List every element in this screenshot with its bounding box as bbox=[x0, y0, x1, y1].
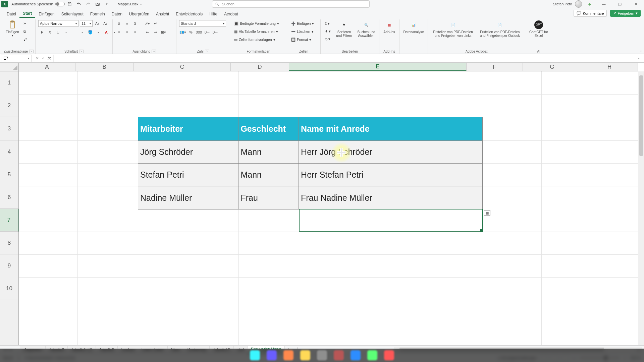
taskbar-app-icon[interactable] bbox=[317, 350, 327, 360]
close-icon[interactable]: ✕ bbox=[629, 0, 643, 8]
underline-icon[interactable]: U bbox=[54, 29, 62, 36]
diamond-icon[interactable]: ◆ bbox=[586, 1, 593, 7]
font-size-select[interactable]: 11▾ bbox=[80, 20, 93, 27]
row-10[interactable]: 10 bbox=[0, 277, 18, 300]
search-box[interactable]: Suchen bbox=[212, 0, 370, 8]
formula-expand-icon[interactable]: ⌄ bbox=[637, 56, 643, 60]
maximize-icon[interactable]: ▢ bbox=[613, 0, 627, 8]
tab-daten[interactable]: Daten bbox=[108, 10, 126, 18]
taskbar-app-icon[interactable] bbox=[300, 350, 310, 360]
tab-hilfe[interactable]: Hilfe bbox=[206, 10, 221, 18]
user-avatar[interactable] bbox=[575, 0, 582, 8]
taskbar-app-icon[interactable] bbox=[384, 350, 394, 360]
tab-einfuegen[interactable]: Einfügen bbox=[35, 10, 58, 18]
accept-formula-icon[interactable]: ✓ bbox=[42, 56, 45, 61]
name-box-chevron-icon[interactable]: ▾ bbox=[28, 57, 30, 60]
dialog-launcher-icon[interactable]: ↘ bbox=[29, 50, 34, 53]
minimize-icon[interactable]: — bbox=[597, 0, 610, 8]
tab-ueberpruefen[interactable]: Überprüfen bbox=[126, 10, 153, 18]
fill-icon[interactable]: ⬇ ▾ bbox=[323, 28, 332, 35]
tab-datei[interactable]: Datei bbox=[3, 10, 19, 18]
undo-icon[interactable] bbox=[75, 1, 82, 7]
taskbar-app-icon[interactable] bbox=[334, 350, 344, 360]
save-icon[interactable] bbox=[66, 1, 73, 7]
cell-d6[interactable]: Frau bbox=[238, 186, 299, 209]
tab-acrobat[interactable]: Acrobat bbox=[221, 10, 241, 18]
row-9[interactable]: 9 bbox=[0, 254, 18, 277]
accounting-icon[interactable]: 💶▾ bbox=[179, 29, 186, 36]
copy-icon[interactable]: ⧉ bbox=[22, 28, 29, 35]
tab-ansicht[interactable]: Ansicht bbox=[153, 10, 172, 18]
tab-seitenlayout[interactable]: Seitenlayout bbox=[58, 10, 87, 18]
addins-button[interactable]: ▦Add-Ins bbox=[382, 20, 396, 34]
col-F[interactable]: F bbox=[467, 63, 523, 71]
autofill-options-icon[interactable]: ▦ bbox=[484, 210, 490, 216]
font-color-icon[interactable]: A bbox=[103, 29, 110, 36]
taskbar-app-icon[interactable] bbox=[283, 350, 293, 360]
toggle-switch[interactable] bbox=[55, 2, 65, 6]
align-center-icon[interactable]: ≡ bbox=[123, 29, 131, 36]
align-middle-icon[interactable]: ≡ bbox=[123, 20, 131, 27]
decrease-decimal-icon[interactable]: .0← bbox=[211, 29, 219, 36]
redo-icon[interactable] bbox=[85, 1, 92, 7]
col-D[interactable]: D bbox=[231, 63, 289, 71]
merge-icon[interactable]: ⊞▾ bbox=[160, 29, 167, 36]
dialog-launcher-icon[interactable]: ↘ bbox=[205, 50, 209, 53]
delete-cells-button[interactable]: ➖ Löschen ▾ bbox=[290, 28, 315, 35]
cell-e6[interactable]: Frau Nadine Müller bbox=[299, 186, 482, 209]
row-3[interactable]: 3 bbox=[0, 117, 18, 140]
acrobat-pdf-outlook-button[interactable]: 📄Erstellen von PDF-Dateien und Freigeben… bbox=[478, 20, 523, 38]
comments-button[interactable]: 💬 Kommentare bbox=[574, 10, 607, 17]
orientation-icon[interactable]: ⤢▾ bbox=[144, 20, 151, 27]
find-select-button[interactable]: 🔍Suchen und Auswählen bbox=[356, 20, 376, 38]
header-name-anrede[interactable]: Name mit Anrede bbox=[299, 117, 482, 141]
row-4[interactable]: 4 bbox=[0, 140, 18, 163]
cell-e4[interactable]: Herr Jörg Schröder bbox=[299, 141, 482, 164]
acrobat-pdf-link-button[interactable]: 📄Erstellen von PDF-Dateien und Freigeben… bbox=[431, 20, 476, 38]
decrease-font-icon[interactable]: A↓ bbox=[102, 20, 109, 27]
col-C[interactable]: C bbox=[134, 63, 231, 71]
taskbar-app-icon[interactable] bbox=[351, 350, 361, 360]
align-left-icon[interactable]: ≡ bbox=[115, 29, 123, 36]
format-cells-button[interactable]: 🔲 Format ▾ bbox=[290, 36, 315, 43]
thousands-icon[interactable]: 000 bbox=[195, 29, 203, 36]
name-box[interactable]: E7 ▾ bbox=[1, 55, 32, 62]
cell-d5[interactable]: Mann bbox=[238, 164, 299, 186]
sort-filter-button[interactable]: ⚑Sortieren und Filtern bbox=[334, 20, 354, 38]
row-1[interactable]: 1 bbox=[0, 71, 18, 94]
col-E[interactable]: E bbox=[289, 63, 467, 71]
autosum-icon[interactable]: Σ ▾ bbox=[323, 20, 332, 27]
taskbar-app-icon[interactable] bbox=[250, 350, 260, 360]
vertical-scrollbar[interactable] bbox=[638, 71, 644, 345]
header-mitarbeiter[interactable]: Mitarbeiter bbox=[138, 117, 238, 141]
share-button[interactable]: ↗ Freigeben ▾ bbox=[610, 10, 641, 17]
fx-icon[interactable]: fx bbox=[48, 56, 51, 61]
taskbar-app-icon[interactable] bbox=[267, 350, 277, 360]
col-H[interactable]: H bbox=[581, 63, 638, 71]
cancel-formula-icon[interactable]: ✕ bbox=[36, 56, 39, 61]
scrollbar-thumb[interactable] bbox=[639, 75, 643, 156]
select-all-corner[interactable] bbox=[0, 63, 19, 71]
align-bottom-icon[interactable]: ⊻ bbox=[131, 20, 139, 27]
dialog-launcher-icon[interactable]: ↘ bbox=[152, 50, 156, 53]
increase-font-icon[interactable]: A↑ bbox=[94, 20, 101, 27]
cell-d4[interactable]: Mann bbox=[238, 141, 299, 164]
cell-styles-button[interactable]: ▭ Zellenformatvorlagen ▾ bbox=[233, 36, 280, 43]
conditional-formatting-button[interactable]: 🔳 Bedingte Formatierung ▾ bbox=[233, 20, 280, 27]
format-painter-icon[interactable]: 🖌 bbox=[22, 36, 29, 43]
taskbar-app-icon[interactable] bbox=[367, 350, 377, 360]
number-format-select[interactable]: Standard▾ bbox=[179, 20, 226, 27]
clear-icon[interactable]: ◇ ▾ bbox=[323, 36, 332, 42]
cells[interactable]: Mitarbeiter Geschlecht Name mit Anrede J… bbox=[19, 71, 638, 345]
header-geschlecht[interactable]: Geschlecht bbox=[238, 117, 299, 141]
autosave-toggle[interactable]: Automatisches Speichern bbox=[11, 2, 65, 6]
ribbon-collapse-icon[interactable]: ⌵ bbox=[640, 49, 642, 52]
cell-c6[interactable]: Nadine Müller bbox=[138, 186, 238, 209]
row-7[interactable]: 7 bbox=[0, 209, 18, 232]
camera-icon[interactable] bbox=[94, 1, 101, 7]
wrap-text-icon[interactable]: ↵ bbox=[152, 20, 159, 27]
chatgpt-button[interactable]: GPTChatGPT for Excel bbox=[528, 20, 549, 38]
indent-decrease-icon[interactable]: ⇤ bbox=[144, 29, 151, 36]
row-2[interactable]: 2 bbox=[0, 94, 18, 117]
indent-increase-icon[interactable]: ⇥ bbox=[152, 29, 159, 36]
